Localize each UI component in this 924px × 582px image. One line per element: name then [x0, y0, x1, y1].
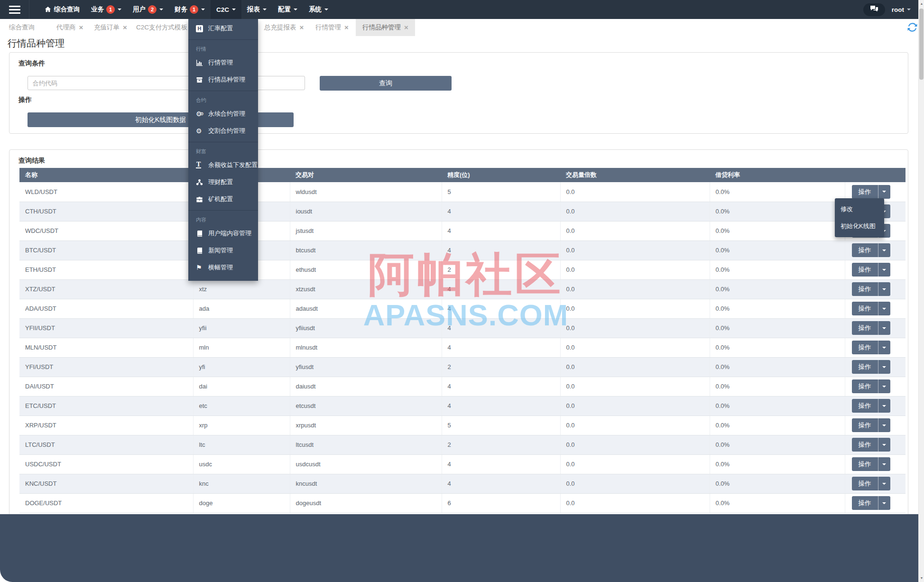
- row-action-label[interactable]: 操作: [852, 341, 878, 354]
- row-action-label[interactable]: 操作: [852, 243, 878, 257]
- menu-item-label: 横幅管理: [208, 263, 233, 272]
- hamburger-menu-button[interactable]: [0, 0, 29, 19]
- row-action-label[interactable]: 操作: [852, 360, 878, 374]
- chat-button[interactable]: [863, 3, 885, 16]
- cell-rate: 0.0%: [710, 493, 845, 513]
- contract-code-input[interactable]: [28, 76, 305, 90]
- refresh-button[interactable]: [907, 22, 917, 34]
- row-action-caret[interactable]: [878, 185, 890, 199]
- row-action-caret[interactable]: [878, 477, 890, 490]
- tab[interactable]: 综合查询: [9, 19, 35, 36]
- menu-item[interactable]: ⚙ 交割合约管理: [188, 122, 258, 139]
- row-action-button[interactable]: 操作: [852, 379, 890, 393]
- navbar-menu-item[interactable]: 配置: [272, 0, 303, 19]
- row-action-caret[interactable]: [878, 457, 890, 471]
- row-action-label[interactable]: 操作: [852, 263, 878, 277]
- row-action-label[interactable]: 操作: [852, 399, 878, 413]
- tab[interactable]: 行情品种管理×: [356, 19, 415, 36]
- admin-screen: 综合查询 业务 1 用户 2: [0, 0, 924, 582]
- row-action-label[interactable]: 操作: [852, 418, 878, 432]
- cell-precision: 4: [442, 474, 560, 493]
- menu-item[interactable]: 用户端内容管理: [188, 225, 258, 242]
- tab[interactable]: C2C支付方式模板×: [136, 19, 195, 36]
- tab[interactable]: 代理商×: [56, 19, 83, 36]
- row-action-label[interactable]: 操作: [852, 438, 878, 452]
- navbar-menu-item-label: 系统: [309, 5, 322, 14]
- row-action-button[interactable]: 操作: [852, 321, 890, 335]
- row-action-button[interactable]: 操作: [852, 263, 890, 277]
- menu-item[interactable]: 行情管理: [188, 54, 258, 71]
- tab[interactable]: 总充提报表×: [264, 19, 304, 36]
- menu-item[interactable]: T 余额收益下发配置: [188, 157, 258, 174]
- row-action-label[interactable]: 操作: [852, 496, 878, 510]
- row-dropdown-item[interactable]: 修改: [835, 201, 884, 218]
- caret-down-icon: [882, 269, 886, 271]
- tab-close-icon[interactable]: ×: [123, 23, 127, 31]
- row-action-caret[interactable]: [878, 418, 890, 432]
- tab-close-icon[interactable]: ×: [79, 23, 83, 31]
- navbar-menu-item[interactable]: 财务 1: [169, 0, 211, 19]
- menu-item[interactable]: ⚑ 横幅管理: [188, 259, 258, 276]
- row-action-label[interactable]: 操作: [852, 282, 878, 296]
- navbar-menu-item[interactable]: 用户 2: [127, 0, 169, 19]
- row-action-label[interactable]: 操作: [852, 379, 878, 393]
- menu-item[interactable]: 行情品种管理: [188, 71, 258, 88]
- row-action-caret[interactable]: [878, 321, 890, 335]
- navbar-menu-item[interactable]: 综合查询: [39, 0, 85, 19]
- tab-close-icon[interactable]: ×: [344, 23, 349, 31]
- menu-item[interactable]: 矿机配置: [188, 191, 258, 208]
- row-action-button[interactable]: 操作: [852, 341, 890, 354]
- navbar-menu-item[interactable]: 系统: [303, 0, 334, 19]
- scrollbar-up-arrow[interactable]: ▲: [919, 0, 924, 7]
- gears-icon: ⚙⚙: [196, 110, 207, 118]
- cell-name: WLD/USDT: [19, 182, 193, 202]
- navbar-menu-item[interactable]: 报表: [241, 0, 272, 19]
- navbar-menu-item[interactable]: 业务 1: [85, 0, 127, 19]
- tab[interactable]: 行情管理×: [315, 19, 349, 36]
- row-action-label[interactable]: 操作: [852, 477, 878, 490]
- row-action-caret[interactable]: [878, 438, 890, 452]
- row-action-button[interactable]: 操作: [852, 302, 890, 315]
- cell-multiple: 0.0: [560, 260, 710, 279]
- row-action-button[interactable]: 操作: [852, 185, 890, 199]
- cell-precision: 4: [442, 279, 560, 299]
- scrollbar-down-arrow[interactable]: ▼: [919, 575, 924, 582]
- row-action-button[interactable]: 操作: [852, 418, 890, 432]
- vertical-scrollbar[interactable]: ▲ ▼: [918, 0, 924, 582]
- row-action-button[interactable]: 操作: [852, 438, 890, 452]
- row-action-button[interactable]: 操作: [852, 457, 890, 471]
- tab[interactable]: 充值订单×: [94, 19, 127, 36]
- user-menu[interactable]: root: [892, 6, 911, 13]
- row-action-caret[interactable]: [878, 282, 890, 296]
- row-action-button[interactable]: 操作: [852, 477, 890, 490]
- row-action-button[interactable]: 操作: [852, 399, 890, 413]
- row-action-caret[interactable]: [878, 302, 890, 315]
- row-action-button[interactable]: 操作: [852, 496, 890, 510]
- row-action-caret[interactable]: [878, 341, 890, 354]
- row-action-label[interactable]: 操作: [852, 457, 878, 471]
- cell-multiple: 0.0: [560, 474, 710, 493]
- row-action-button[interactable]: 操作: [852, 282, 890, 296]
- menu-item[interactable]: 理财配置: [188, 174, 258, 191]
- tab-close-icon[interactable]: ×: [404, 23, 408, 31]
- menu-item[interactable]: ⚙⚙ 永续合约管理: [188, 105, 258, 122]
- menu-item[interactable]: 新闻管理: [188, 242, 258, 259]
- row-action-caret[interactable]: [878, 399, 890, 413]
- row-action-label[interactable]: 操作: [852, 321, 878, 335]
- row-action-button[interactable]: 操作: [852, 243, 890, 257]
- row-dropdown-item[interactable]: 初始化K线图: [835, 218, 884, 235]
- row-action-caret[interactable]: [878, 263, 890, 277]
- search-button[interactable]: 查询: [320, 76, 452, 91]
- row-action-caret[interactable]: [878, 243, 890, 257]
- row-action-button[interactable]: 操作: [852, 360, 890, 374]
- menu-item[interactable]: H 汇率配置: [188, 20, 258, 37]
- row-action-caret[interactable]: [878, 360, 890, 374]
- navbar-menu-item[interactable]: C2C: [211, 0, 241, 19]
- row-action-caret[interactable]: [878, 379, 890, 393]
- scrollbar-thumb[interactable]: [919, 9, 924, 80]
- row-action-caret[interactable]: [878, 496, 890, 510]
- row-action-label[interactable]: 操作: [852, 185, 878, 199]
- tab-close-icon[interactable]: ×: [300, 23, 304, 31]
- row-action-label[interactable]: 操作: [852, 302, 878, 315]
- cell-rate: 0.0%: [710, 299, 845, 318]
